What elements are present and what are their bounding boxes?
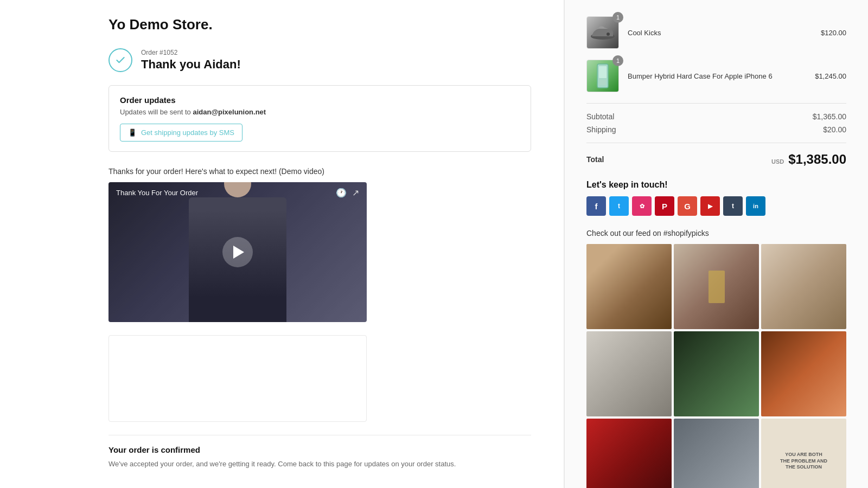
feed-photo-3[interactable] [761, 244, 846, 329]
pinterest-button[interactable]: P [655, 196, 674, 216]
twitter-button[interactable]: t [609, 196, 629, 216]
item-2-info: Bumper Hybrid Hard Case For Apple iPhone… [628, 72, 806, 80]
feed-photo-5[interactable] [674, 331, 759, 416]
svg-rect-4 [599, 80, 606, 85]
order-totals: Subtotal $1,365.00 Shipping $20.00 Total… [586, 112, 846, 167]
total-label: Total [586, 155, 604, 164]
item-2-price: $1,245.00 [815, 72, 846, 80]
sms-updates-button[interactable]: 📱 Get shipping updates by SMS [120, 124, 242, 142]
phone-icon: 📱 [128, 129, 137, 137]
feed-grid: YOU ARE BOTHTHE PROBLEM ANDTHE SOLUTION [586, 244, 846, 488]
google-button[interactable]: G [678, 196, 697, 216]
item-1-name: Cool Kicks [628, 29, 812, 37]
video-section-heading: Thanks for your order! Here's what to ex… [108, 167, 531, 176]
order-info: Order #1052 Thank you Aidan! [141, 49, 241, 72]
video-controls: 🕐 ↗ [336, 188, 359, 198]
order-updates-desc: Updates will be sent to aidan@pixelunion… [120, 108, 520, 116]
item-2-badge: 1 [612, 55, 623, 66]
total-amount: USD $1,385.00 [771, 152, 846, 167]
item-1-image-wrap: 1 [586, 16, 619, 49]
order-items-list: 1 Cool Kicks $120.00 [586, 16, 846, 92]
social-section: Let's keep in touch! f t ✿ P G ▶ t in [586, 180, 846, 216]
facebook-button[interactable]: f [586, 196, 606, 216]
feed-title: Check out our feed on #shopifypicks [586, 229, 846, 237]
linkedin-button[interactable]: in [746, 196, 765, 216]
svg-point-1 [607, 33, 610, 36]
feed-photo-4[interactable] [586, 331, 672, 416]
order-confirmed-section: Your order is confirmed We've accepted y… [108, 435, 531, 470]
sneaker-graphic [587, 17, 618, 48]
item-1-badge: 1 [612, 12, 623, 23]
grand-total-value: $1,385.00 [788, 152, 846, 166]
order-email: aidan@pixelunion.net [193, 108, 266, 116]
right-column: 1 Cool Kicks $120.00 [564, 0, 868, 488]
tumblr-button[interactable]: t [723, 196, 743, 216]
totals-divider [586, 143, 846, 143]
store-title: Yo Demo Store. [108, 16, 531, 33]
order-item-2: 1 Bumper Hybrid Hard Case For Apple iPho… [586, 60, 846, 92]
feed-photo-8[interactable] [674, 419, 759, 488]
shipping-row: Shipping $20.00 [586, 125, 846, 134]
item-1-info: Cool Kicks [628, 29, 812, 37]
phone-case-graphic [587, 60, 618, 92]
subtotal-value: $1,365.00 [813, 112, 846, 121]
order-updates-box: Order updates Updates will be sent to ai… [108, 85, 531, 152]
subtotal-row: Subtotal $1,365.00 [586, 112, 846, 121]
confirmed-description: We've accepted your order, and we're get… [108, 459, 531, 470]
feed-photo-6[interactable] [761, 331, 846, 416]
feed-photo-9[interactable]: YOU ARE BOTHTHE PROBLEM ANDTHE SOLUTION [761, 419, 846, 488]
clock-icon: 🕐 [336, 188, 347, 198]
thank-you-heading: Thank you Aidan! [141, 57, 241, 72]
share-icon: ↗ [352, 188, 359, 198]
order-header: Order #1052 Thank you Aidan! [108, 48, 531, 72]
item-1-price: $120.00 [821, 29, 846, 37]
shipping-label: Shipping [586, 125, 616, 134]
items-divider [586, 103, 846, 104]
video-player[interactable]: Thank You For Your Order 🕐 ↗ [108, 182, 367, 322]
order-check-icon [108, 48, 132, 72]
video-title: Thank You For Your Order [116, 189, 198, 197]
item-2-image-wrap: 1 [586, 60, 619, 92]
subtotal-label: Subtotal [586, 112, 614, 121]
svg-rect-3 [599, 66, 607, 78]
order-updates-title: Order updates [120, 95, 520, 105]
grand-total-row: Total USD $1,385.00 [586, 152, 846, 167]
youtube-button[interactable]: ▶ [700, 196, 720, 216]
play-button[interactable] [222, 237, 253, 267]
shipping-value: $20.00 [823, 125, 846, 134]
usd-label: USD [771, 158, 784, 165]
feed-section: Check out our feed on #shopifypicks YOU … [586, 229, 846, 488]
feed-photo-2[interactable] [674, 244, 759, 329]
feed-photo-1[interactable] [586, 244, 672, 329]
empty-content-box [108, 335, 367, 422]
left-column: Yo Demo Store. Order #1052 Thank you Aid… [0, 0, 564, 488]
order-number: Order #1052 [141, 49, 241, 56]
item-2-name: Bumper Hybrid Hard Case For Apple iPhone… [628, 72, 806, 80]
social-title: Let's keep in touch! [586, 180, 846, 190]
video-title-bar: Thank You For Your Order 🕐 ↗ [108, 182, 367, 203]
instagram-button[interactable]: ✿ [632, 196, 652, 216]
feed-photo-7[interactable] [586, 419, 672, 488]
confirmed-title: Your order is confirmed [108, 445, 531, 454]
social-icons-row: f t ✿ P G ▶ t in [586, 196, 846, 216]
order-item-1: 1 Cool Kicks $120.00 [586, 16, 846, 49]
